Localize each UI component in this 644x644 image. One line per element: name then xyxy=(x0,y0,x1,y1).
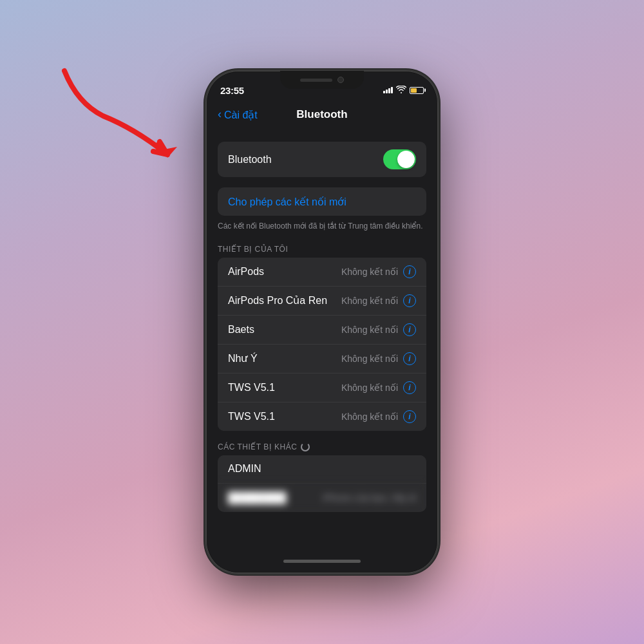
device-status: Không kết nối xyxy=(341,412,398,422)
signal-icon xyxy=(383,87,393,93)
device-status-right: Không kết nối i xyxy=(341,323,416,336)
my-devices-list: AirPods Không kết nối i AirPods Pro Của … xyxy=(218,258,426,431)
loading-spinner xyxy=(301,442,310,451)
device-status-right: Không kết nối i xyxy=(341,294,416,307)
bluetooth-toggle[interactable] xyxy=(383,149,416,169)
device-status-right: Không kết nối i xyxy=(341,265,416,278)
other-devices-header: CÁC THIẾT BỊ KHÁC xyxy=(207,437,437,455)
battery-fill xyxy=(411,88,417,93)
spacer xyxy=(207,431,437,437)
toggle-knob xyxy=(397,151,415,168)
device-status: Không kết nối xyxy=(341,296,398,306)
speaker-grille xyxy=(300,79,332,82)
device-name: AirPods Pro Của Ren xyxy=(228,294,327,307)
device-item-airpods[interactable]: AirPods Không kết nối i xyxy=(218,258,426,287)
device-name: Như Ý xyxy=(228,352,258,365)
arrow-annotation xyxy=(39,52,219,180)
phone-screen: 23:55 xyxy=(207,72,437,572)
device-status-right: Không kết nối i xyxy=(341,352,416,365)
chevron-left-icon: ‹ xyxy=(218,108,222,121)
info-button[interactable]: i xyxy=(403,410,416,423)
home-bar xyxy=(283,560,361,563)
status-icons xyxy=(383,86,424,95)
device-status-right: Không kết nối i xyxy=(341,381,416,394)
device-status: Không kết nối xyxy=(341,354,398,364)
spacer-bottom xyxy=(207,512,437,525)
device-item-baets[interactable]: Baets Không kết nối i xyxy=(218,316,426,345)
allow-connections-link[interactable]: Cho phép các kết nối mới xyxy=(228,196,346,208)
spacer xyxy=(207,177,437,187)
device-item-airpods-pro[interactable]: AirPods Pro Của Ren Không kết nối i xyxy=(218,287,426,316)
page-title: Bluetooth xyxy=(296,108,347,121)
other-devices-list: ADMIN ████████ iPhone của bạn, hãy di xyxy=(218,455,426,512)
device-name: AirPods xyxy=(228,266,264,278)
device-item-nhu-y[interactable]: Như Ý Không kết nối i xyxy=(218,345,426,374)
device-status-right: Không kết nối i xyxy=(341,410,416,423)
status-time: 23:55 xyxy=(220,85,244,96)
device-status: Không kết nối xyxy=(341,267,398,277)
allow-connections-item[interactable]: Cho phép các kết nối mới xyxy=(218,187,426,216)
back-label: Cài đặt xyxy=(224,109,258,121)
device-name: Baets xyxy=(228,324,254,336)
device-name-blurred: ████████ xyxy=(228,492,287,504)
device-status: Không kết nối xyxy=(341,383,398,393)
bluetooth-toggle-item[interactable]: Bluetooth xyxy=(218,142,426,177)
wifi-icon xyxy=(396,86,406,95)
device-name: TWS V5.1 xyxy=(228,411,275,422)
content-area: Bluetooth Cho phép các kết nối mới Các k… xyxy=(207,129,437,550)
allow-connections-section: Cho phép các kết nối mới xyxy=(218,187,426,216)
device-item-blurred: ████████ iPhone của bạn, hãy di xyxy=(218,484,426,512)
allow-connections-description: Các kết nối Bluetooth mới đã bị tắt từ T… xyxy=(207,216,437,240)
info-button[interactable]: i xyxy=(403,381,416,394)
spacer-top xyxy=(207,129,437,142)
device-name: TWS V5.1 xyxy=(228,382,275,393)
info-button[interactable]: i xyxy=(403,294,416,307)
device-status: Không kết nối xyxy=(341,325,398,335)
device-item-tws-1[interactable]: TWS V5.1 Không kết nối i xyxy=(218,374,426,402)
my-devices-header: THIẾT BỊ CỦA TÔI xyxy=(207,240,437,258)
bluetooth-toggle-group: Bluetooth xyxy=(218,142,426,177)
home-indicator xyxy=(207,550,437,572)
phone-frame: 23:55 xyxy=(206,71,438,573)
info-button[interactable]: i xyxy=(403,352,416,365)
navigation-bar: ‹ Cài đặt Bluetooth xyxy=(207,100,437,129)
front-camera xyxy=(337,77,344,83)
device-item-admin[interactable]: ADMIN xyxy=(218,455,426,484)
device-item-tws-2[interactable]: TWS V5.1 Không kết nối i xyxy=(218,402,426,431)
bluetooth-label: Bluetooth xyxy=(228,154,272,166)
back-button[interactable]: ‹ Cài đặt xyxy=(218,108,258,121)
battery-icon xyxy=(410,87,424,94)
info-button[interactable]: i xyxy=(403,323,416,336)
device-status-blurred: iPhone của bạn, hãy di xyxy=(323,493,416,503)
info-button[interactable]: i xyxy=(403,265,416,278)
device-name: ADMIN xyxy=(228,463,261,475)
phone-notch xyxy=(280,71,364,89)
